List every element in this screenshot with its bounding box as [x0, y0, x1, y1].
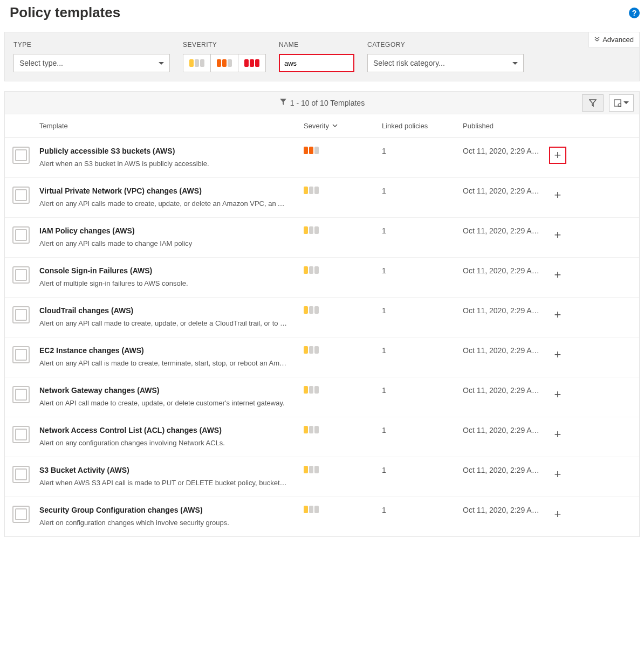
sev-block	[228, 59, 232, 67]
published-value: Oct 11, 2020, 2:29 A…	[463, 466, 549, 474]
published-value: Oct 11, 2020, 2:29 A…	[463, 147, 549, 155]
col-published[interactable]: Published	[463, 122, 549, 130]
template-title: IAM Policy changes (AWS)	[39, 226, 304, 235]
table-row[interactable]: Publicly accessible S3 buckets (AWS)Aler…	[5, 138, 639, 178]
add-button[interactable]: +	[549, 426, 566, 443]
name-label: NAME	[279, 41, 354, 49]
template-description: Alert when an S3 bucket in AWS is public…	[39, 160, 287, 168]
linked-policies-value: 1	[382, 226, 463, 235]
table-row[interactable]: Console Sign-in Failures (AWS)Alert of m…	[5, 258, 639, 298]
template-title: CloudTrail changes (AWS)	[39, 306, 304, 315]
severity-label: SEVERITY	[183, 41, 266, 49]
type-select[interactable]: Select type...	[13, 54, 170, 72]
add-button[interactable]: +	[549, 147, 566, 164]
sev-block	[222, 59, 227, 67]
category-label: CATEGORY	[367, 41, 524, 49]
template-title: S3 Bucket Activity (AWS)	[39, 466, 304, 474]
sev-block	[244, 59, 249, 67]
category-select[interactable]: Select risk category...	[367, 54, 524, 72]
advanced-button[interactable]: Advanced	[588, 32, 640, 47]
filter-icon	[279, 98, 287, 107]
table-row[interactable]: Virtual Private Network (VPC) changes (A…	[5, 178, 639, 218]
published-value: Oct 11, 2020, 2:29 A…	[463, 187, 549, 195]
templates-table: 1 - 10 of 10 Templates Template Severity…	[4, 91, 640, 537]
table-row[interactable]: EC2 Instance changes (AWS)Alert on any A…	[5, 337, 639, 377]
severity-indicator	[304, 266, 319, 274]
help-button[interactable]: ?	[629, 8, 640, 18]
policy-icon	[12, 346, 30, 363]
sev-block	[189, 59, 194, 67]
col-linked[interactable]: Linked policies	[382, 122, 463, 130]
linked-policies-value: 1	[382, 506, 463, 514]
published-value: Oct 11, 2020, 2:29 A…	[463, 426, 549, 435]
type-label: TYPE	[13, 41, 170, 49]
chevron-down-icon	[512, 62, 518, 65]
linked-policies-value: 1	[382, 266, 463, 275]
template-title: Publicly accessible S3 buckets (AWS)	[39, 147, 304, 155]
add-button[interactable]: +	[549, 266, 566, 284]
add-button[interactable]: +	[549, 506, 566, 523]
policy-icon	[12, 266, 30, 284]
policy-icon	[12, 306, 30, 323]
published-value: Oct 11, 2020, 2:29 A…	[463, 386, 549, 395]
linked-policies-value: 1	[382, 386, 463, 395]
template-description: Alert on API call made to create, update…	[39, 399, 287, 407]
template-description: Alert of multiple sign-in failures to AW…	[39, 279, 287, 287]
severity-indicator	[304, 386, 319, 394]
filter-button[interactable]	[582, 94, 604, 112]
severity-label: Severity	[304, 122, 329, 130]
severity-indicator	[304, 147, 319, 154]
name-input[interactable]	[279, 54, 354, 72]
linked-policies-value: 1	[382, 346, 463, 355]
sev-block	[195, 59, 199, 67]
severity-low-button[interactable]	[183, 54, 211, 72]
published-value: Oct 11, 2020, 2:29 A…	[463, 346, 549, 355]
policy-icon	[12, 466, 30, 483]
add-button[interactable]: +	[549, 346, 566, 363]
type-placeholder: Select type...	[19, 59, 63, 67]
col-template[interactable]: Template	[39, 122, 304, 130]
table-row[interactable]: Security Group Configuration changes (AW…	[5, 497, 639, 536]
add-button[interactable]: +	[549, 386, 566, 403]
add-button[interactable]: +	[549, 306, 566, 323]
severity-indicator	[304, 346, 319, 354]
col-severity[interactable]: Severity	[304, 122, 382, 130]
add-button[interactable]: +	[549, 466, 566, 483]
table-row[interactable]: Network Gateway changes (AWS)Alert on AP…	[5, 377, 639, 417]
policy-icon	[12, 386, 30, 403]
policy-icon	[12, 506, 30, 523]
linked-policies-value: 1	[382, 147, 463, 155]
chevron-double-down-icon	[594, 36, 600, 44]
table-row[interactable]: S3 Bucket Activity (AWS)Alert when AWS S…	[5, 457, 639, 497]
policy-icon	[12, 147, 30, 164]
svg-rect-0	[614, 100, 621, 106]
template-title: Network Access Control List (ACL) change…	[39, 426, 304, 435]
filter-bar: Advanced TYPE Select type... SEVERITY	[4, 32, 640, 81]
advanced-label: Advanced	[602, 36, 634, 44]
add-button[interactable]: +	[549, 226, 566, 244]
policy-icon	[12, 226, 30, 244]
template-description: Alert when AWS S3 API call is made to PU…	[39, 479, 287, 487]
table-row[interactable]: IAM Policy changes (AWS)Alert on any API…	[5, 218, 639, 258]
template-title: Network Gateway changes (AWS)	[39, 386, 304, 395]
severity-indicator	[304, 506, 319, 513]
table-row[interactable]: Network Access Control List (ACL) change…	[5, 417, 639, 457]
severity-indicator	[304, 426, 319, 433]
template-title: EC2 Instance changes (AWS)	[39, 346, 304, 355]
severity-medium-button[interactable]	[210, 54, 238, 72]
template-title: Virtual Private Network (VPC) changes (A…	[39, 187, 304, 195]
sev-block	[217, 59, 221, 67]
table-settings-button[interactable]	[609, 94, 634, 112]
chevron-down-icon	[159, 62, 164, 65]
table-row[interactable]: CloudTrail changes (AWS)Alert on any API…	[5, 298, 639, 337]
sev-block	[255, 59, 259, 67]
published-value: Oct 11, 2020, 2:29 A…	[463, 306, 549, 315]
template-description: Alert on any configuration changes invol…	[39, 439, 287, 447]
chevron-down-icon	[332, 124, 338, 128]
sev-block	[200, 59, 204, 67]
severity-indicator	[304, 226, 319, 234]
severity-high-button[interactable]	[238, 54, 266, 72]
template-title: Console Sign-in Failures (AWS)	[39, 266, 304, 275]
settings-icon	[614, 99, 621, 107]
add-button[interactable]: +	[549, 187, 566, 204]
